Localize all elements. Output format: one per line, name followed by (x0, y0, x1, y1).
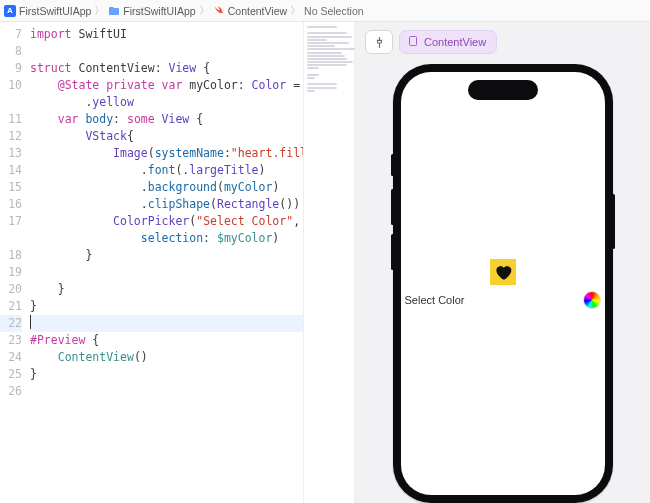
chevron-right-icon: 〉 (94, 4, 105, 18)
breadcrumb-bar: A FirstSwiftUIApp 〉 FirstSwiftUIApp 〉 Co… (0, 0, 650, 22)
color-picker-row[interactable]: Select Color (401, 291, 605, 309)
pin-preview-button[interactable] (365, 30, 393, 54)
breadcrumb-selection[interactable]: No Selection (304, 5, 364, 17)
breadcrumb-selection-label: No Selection (304, 5, 364, 17)
canvas-toolbar: ContentView (355, 22, 650, 54)
preview-canvas: ContentView Select Color (355, 22, 650, 503)
device-side-button (391, 234, 394, 270)
device-frame: Select Color (393, 64, 613, 503)
minimap[interactable] (303, 22, 355, 503)
device-screen: Select Color (401, 72, 605, 495)
color-picker-label: Select Color (405, 294, 465, 306)
breadcrumb-file-label: ContentView (228, 5, 287, 17)
app-preview-content: Select Color (401, 72, 605, 495)
preview-selector[interactable]: ContentView (399, 30, 497, 54)
heart-image (490, 259, 516, 285)
device-side-button (612, 194, 615, 249)
breadcrumb-file[interactable]: ContentView (213, 5, 287, 17)
breadcrumb-app[interactable]: A FirstSwiftUIApp (4, 5, 91, 17)
breadcrumb-folder-label: FirstSwiftUIApp (123, 5, 195, 17)
line-gutter: 7891011121314151617181920212223242526 (0, 22, 28, 503)
swift-file-icon (213, 5, 225, 17)
color-wheel-icon[interactable] (583, 291, 601, 309)
chevron-right-icon: 〉 (290, 4, 301, 18)
preview-icon (407, 35, 419, 49)
app-icon: A (4, 5, 16, 17)
device-side-button (391, 154, 394, 176)
preview-selector-label: ContentView (424, 36, 486, 48)
code-area[interactable]: import SwiftUIstruct ContentView: View {… (28, 22, 303, 503)
svg-rect-0 (410, 37, 417, 46)
code-editor[interactable]: 7891011121314151617181920212223242526 im… (0, 22, 303, 503)
breadcrumb-folder[interactable]: FirstSwiftUIApp (108, 5, 195, 17)
breadcrumb-app-label: FirstSwiftUIApp (19, 5, 91, 17)
folder-icon (108, 5, 120, 17)
chevron-right-icon: 〉 (199, 4, 210, 18)
device-side-button (391, 189, 394, 225)
